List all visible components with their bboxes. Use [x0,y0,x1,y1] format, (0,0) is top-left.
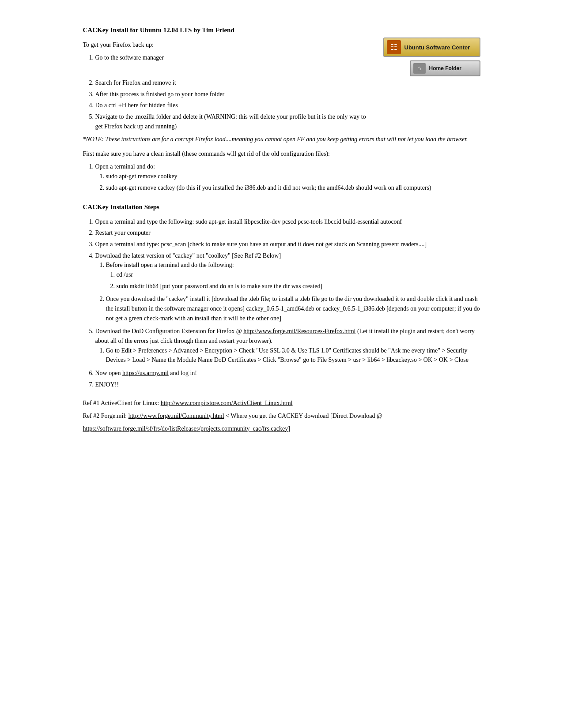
ref2-direct-link[interactable]: https://software.forge.mil/sf/frs/do/lis… [83,425,290,432]
cackey-step5-sublist: Go to Edit > Preferences > Advanced > En… [106,346,480,365]
intro-area: To get your Firefox back up: Go to the s… [83,40,480,76]
cackey-steps-list: Open a terminal and type the following: … [95,217,480,390]
intro-images: ☷ Ubuntu Software Center ⌂ Home Folder [383,38,480,76]
ubuntu-software-center-button[interactable]: ☷ Ubuntu Software Center [383,38,480,57]
clean-install-list: Open a terminal and do: sudo apt-get rem… [95,162,480,192]
home-folder-icon: ⌂ [413,63,426,74]
list-item: Now open https://us.army.mil and log in! [95,368,480,378]
list-item: sudo apt-get remove cackey (do this if y… [106,183,480,193]
references-section: Ref #1 ActiveClient for Linux: http://ww… [83,398,480,433]
list-item: cd /usr [117,270,480,280]
intro-list-continued: Search for Firefox and remove it After t… [95,78,480,131]
list-item: After this process is finished go to you… [95,90,480,99]
list-item: Open a terminal and do: sudo apt-get rem… [95,162,480,192]
cackey-step4a-sublist: cd /usr sudo mkdir lib64 [put your passw… [117,270,480,291]
page-content: CACKey Install for Ubuntu 12.04 LTS by T… [83,26,480,433]
list-item: Go to Edit > Preferences > Advanced > En… [106,346,480,365]
ref1: Ref #1 ActiveClient for Linux: http://ww… [83,398,480,408]
ubuntu-icon: ☷ [387,40,401,54]
list-item: ENJOY!! [95,380,480,390]
army-mil-link[interactable]: https://us.army.mil [122,370,169,376]
list-item: Before install open a terminal and do th… [106,260,480,291]
list-item: Open a terminal and type the following: … [95,217,480,227]
intro-list: Go to the software manager [95,53,374,63]
cackey-step4-sublist: Before install open a terminal and do th… [106,260,480,323]
list-item: Open a terminal and type: pcsc_scan [che… [95,240,480,249]
list-item: Navigate to the .mozilla folder and dele… [95,112,369,131]
list-item: sudo mkdir lib64 [put your password and … [117,281,480,291]
ubuntu-btn-label: Ubuntu Software Center [404,44,470,51]
forge-mil-link[interactable]: http://www.forge.mil/Resources-Firefox.h… [243,328,355,334]
ref1-link[interactable]: http://www.compitstore.com/ActivClient_L… [161,400,293,406]
list-item: sudo apt-get remove coolkey [106,172,480,181]
list-item: Go to the software manager [95,53,374,63]
list-item: Download the DoD Configuration Extension… [95,326,480,365]
list-item: Do a ctrl +H here for hidden files [95,101,480,110]
italic-note: *NOTE: These instructions are for a corr… [83,135,480,144]
list-item: Search for Firefox and remove it [95,78,480,88]
ref2: Ref #2 Forge.mil: http://www.forge.mil/C… [83,411,480,420]
clean-install-intro: First make sure you have a clean install… [83,149,480,158]
ref2-url: https://software.forge.mil/sf/frs/do/lis… [83,424,480,433]
home-btn-label: Home Folder [429,65,461,71]
list-item: Restart your computer [95,228,480,238]
cackey-section-title: CACKey Installation Steps [83,203,480,211]
list-item: Once you download the "cackey" install i… [106,294,480,323]
page-title: CACKey Install for Ubuntu 12.04 LTS by T… [83,26,480,34]
intro-prefix: To get your Firefox back up: [83,40,374,49]
list-item: Download the latest version of "cackey" … [95,251,480,323]
ref2-link[interactable]: http://www.forge.mil/Community.html [128,413,224,419]
clean-install-sublist: sudo apt-get remove coolkey sudo apt-get… [106,172,480,192]
home-folder-button[interactable]: ⌂ Home Folder [410,60,480,76]
intro-text-block: To get your Firefox back up: Go to the s… [83,40,374,66]
